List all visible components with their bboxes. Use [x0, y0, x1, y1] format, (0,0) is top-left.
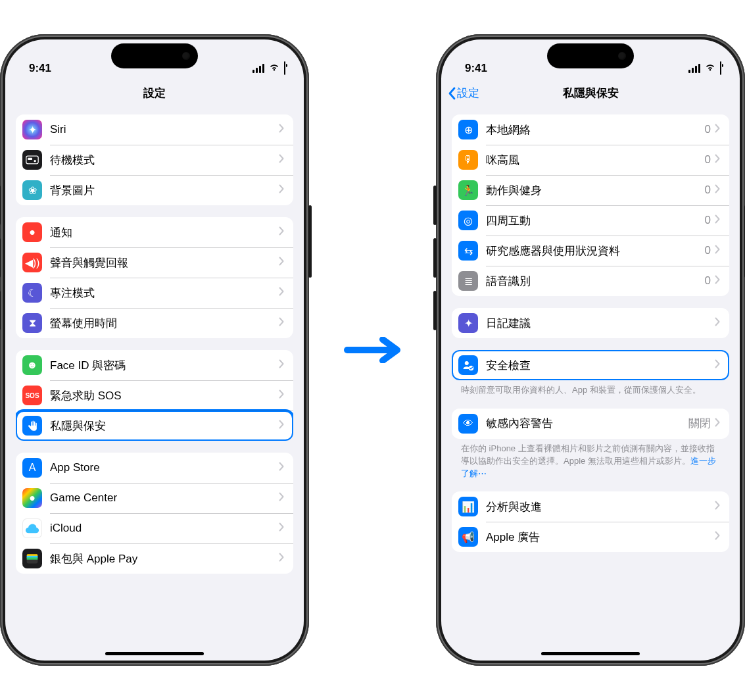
appstore-row[interactable]: AApp Store	[16, 453, 293, 483]
focus-icon: ☾	[22, 283, 42, 303]
mic-icon: 🎙	[458, 150, 478, 170]
screentime-icon: ⧗	[22, 313, 42, 333]
row-label: 私隱與保安	[50, 418, 279, 434]
learn-more-link[interactable]: 進一步了解⋯	[461, 456, 716, 478]
sensitive-content-row[interactable]: 👁敏感內容警告關閉	[452, 409, 729, 439]
row-label: 專注模式	[50, 286, 279, 301]
row-label: 待機模式	[50, 153, 279, 168]
row-label: iCloud	[50, 522, 279, 535]
svg-point-2	[34, 160, 36, 162]
svg-point-8	[465, 361, 469, 365]
privacy-list[interactable]: ⊕本地網絡0🎙咪高風0🏃動作與健身0◎四周互動0⇆研究感應器與使用狀況資料0≣語…	[441, 109, 740, 661]
wallpaper-icon: ❀	[22, 180, 42, 200]
wallet-row[interactable]: 銀包與 Apple Pay	[16, 543, 293, 574]
analytics-icon: 📊	[458, 497, 478, 516]
dynamic-island	[547, 43, 634, 68]
focus-row[interactable]: ☾專注模式	[16, 278, 293, 308]
siri-row[interactable]: ✦Siri	[16, 114, 293, 145]
localnet-icon: ⊕	[458, 120, 478, 139]
wifi-icon	[268, 62, 280, 75]
chevron-right-icon	[715, 275, 720, 287]
chevron-right-icon	[715, 359, 720, 371]
chevron-right-icon	[279, 359, 284, 371]
gamecenter-icon: ●	[22, 488, 42, 508]
wallpaper-row[interactable]: ❀背景圖片	[16, 175, 293, 205]
row-label: 背景圖片	[50, 183, 279, 198]
back-button[interactable]: 設定	[448, 86, 479, 101]
notifications-row[interactable]: ●通知	[16, 217, 293, 247]
motion-row[interactable]: 🏃動作與健身0	[452, 175, 729, 205]
chevron-right-icon	[279, 287, 284, 299]
flow-arrow	[343, 337, 402, 363]
back-label: 設定	[457, 86, 479, 101]
chevron-right-icon	[715, 418, 720, 430]
sounds-row[interactable]: ◀︎))聲音與觸覺回報	[16, 247, 293, 278]
group-footer: 時刻留意可取用你資料的人、App 和裝置，從而保護個人安全。	[452, 380, 729, 397]
screentime-row[interactable]: ⧗螢幕使用時間	[16, 308, 293, 338]
nav-bar: 設定	[5, 78, 304, 109]
battery-icon	[720, 62, 721, 75]
settings-list[interactable]: ✦Siri待機模式❀背景圖片●通知◀︎))聲音與觸覺回報☾專注模式⧗螢幕使用時間…	[5, 109, 304, 661]
wifi-icon	[704, 62, 716, 75]
row-label: Siri	[50, 123, 279, 136]
row-value: 0	[705, 184, 711, 197]
chevron-right-icon	[279, 124, 284, 136]
appstore-icon: A	[22, 458, 42, 478]
battery-icon	[284, 62, 285, 75]
chevron-right-icon	[279, 184, 284, 196]
row-value: 0	[705, 153, 711, 166]
row-label: Game Center	[50, 491, 279, 505]
speech-row[interactable]: ≣語音識別0	[452, 266, 729, 296]
chevron-right-icon	[279, 553, 284, 564]
gamecenter-row[interactable]: ●Game Center	[16, 483, 293, 513]
journal-row[interactable]: ✦日記建議	[452, 308, 729, 338]
row-label: 四周互動	[486, 213, 705, 228]
row-value: 0	[705, 123, 711, 136]
icloud-icon	[22, 518, 42, 538]
nearby-row[interactable]: ◎四周互動0	[452, 205, 729, 236]
chevron-right-icon	[715, 184, 720, 196]
row-label: 安全檢查	[486, 358, 715, 373]
faceid-icon: ☻	[22, 355, 42, 375]
row-label: 本地網絡	[486, 122, 705, 138]
localnet-row[interactable]: ⊕本地網絡0	[452, 114, 729, 145]
status-time: 9:41	[465, 62, 487, 75]
page-title: 設定	[143, 86, 166, 101]
sos-row[interactable]: SOS緊急求助 SOS	[16, 380, 293, 411]
icloud-row[interactable]: iCloud	[16, 513, 293, 543]
chevron-right-icon	[715, 501, 720, 512]
row-label: Face ID 與密碼	[50, 358, 279, 373]
research-row[interactable]: ⇆研究感應器與使用狀況資料0	[452, 236, 729, 266]
mic-row[interactable]: 🎙咪高風0	[452, 145, 729, 175]
svg-rect-1	[28, 158, 32, 160]
safety-check-row[interactable]: 安全檢查	[452, 350, 729, 380]
analytics-row[interactable]: 📊分析與改進	[452, 491, 729, 522]
chevron-right-icon	[715, 317, 720, 329]
cellular-icon	[251, 64, 264, 73]
row-label: 通知	[50, 225, 279, 240]
chevron-right-icon	[279, 389, 284, 401]
row-label: App Store	[50, 461, 279, 474]
row-label: Apple 廣告	[486, 530, 715, 545]
iphone-frame-left: 9:41 設定 ✦Siri待機模式❀背景圖片●通知◀︎))聲音與觸覺回報☾專注模…	[0, 34, 309, 666]
sounds-icon: ◀︎))	[22, 253, 42, 272]
ads-row[interactable]: 📢Apple 廣告	[452, 522, 729, 552]
row-label: 咪高風	[486, 153, 705, 168]
journal-icon: ✦	[458, 313, 478, 333]
nearby-icon: ◎	[458, 211, 478, 230]
chevron-right-icon	[715, 154, 720, 166]
row-label: 分析與改進	[486, 499, 715, 514]
standby-icon	[22, 150, 42, 170]
row-label: 敏感內容警告	[486, 416, 688, 431]
home-indicator[interactable]	[541, 652, 640, 655]
dynamic-island	[111, 43, 198, 68]
home-indicator[interactable]	[105, 652, 204, 655]
standby-row[interactable]: 待機模式	[16, 145, 293, 175]
faceid-row[interactable]: ☻Face ID 與密碼	[16, 350, 293, 380]
ads-icon: 📢	[458, 527, 478, 547]
notifications-icon: ●	[22, 222, 42, 242]
privacy-row[interactable]: 私隱與保安	[16, 411, 293, 441]
row-label: 語音識別	[486, 274, 705, 289]
chevron-right-icon	[715, 214, 720, 226]
chevron-right-icon	[279, 420, 284, 432]
